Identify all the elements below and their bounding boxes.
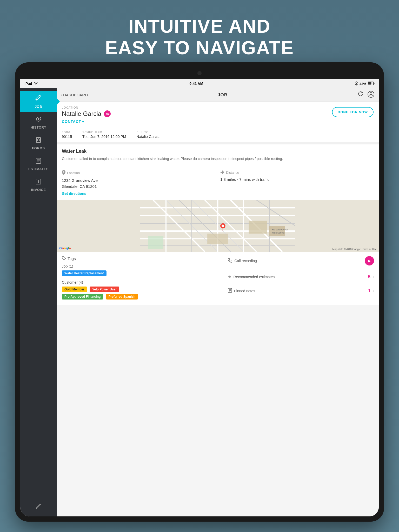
bill-to-item: BILL TO Natalie Garcia: [136, 131, 159, 139]
job-tags-label: Job (1): [62, 264, 218, 268]
refresh-icon[interactable]: [357, 91, 364, 99]
svg-text:Herbert Hoover: Herbert Hoover: [272, 228, 288, 231]
tags-section: Tags Job (1) Water Heater Replacement Cu…: [57, 252, 223, 305]
svg-rect-2: [374, 83, 375, 84]
sidebar-edit-button[interactable]: [35, 503, 42, 511]
main-content: ‹ DASHBOARD JOB: [57, 88, 379, 516]
battery-percent: 42%: [360, 82, 366, 86]
distance-value: 1.8 miles - 7 mins with traffic: [220, 177, 374, 182]
tablet-device: iPad 9:41 AM 42%: [15, 62, 384, 522]
contact-label: CONTACT: [62, 119, 81, 124]
job-number-label: JOB#: [62, 131, 72, 134]
svg-rect-3: [368, 82, 371, 84]
job-body: Customer called in to complain about con…: [62, 156, 374, 162]
tag-pre-approved-financing[interactable]: Pre-Approved Financing: [62, 294, 103, 300]
tags-title: Tags: [68, 256, 76, 261]
location-left: LOCATION Natalie Garcia m CONTACT ▾: [62, 106, 111, 124]
customer-tags-list: Gold Member Yelp Power User Pre-Approved…: [62, 287, 218, 301]
location-name: Natalie Garcia m: [62, 110, 111, 117]
pinned-notes-left: Pinned notes: [228, 288, 255, 294]
status-bar-left: iPad: [24, 82, 38, 86]
history-icon: [35, 116, 42, 124]
sidebar-item-forms[interactable]: FORMS: [20, 133, 57, 154]
back-button[interactable]: ‹ DASHBOARD: [61, 93, 88, 97]
svg-point-15: [370, 92, 372, 95]
svg-rect-41: [148, 236, 163, 249]
call-recording-label: Call recording: [235, 259, 257, 263]
pinned-notes-right: 1 ›: [368, 288, 374, 294]
tag-water-heater[interactable]: Water Heater Replacement: [62, 270, 107, 276]
scheduled-value: Tue, Jun 7, 2016 12:00 PM: [82, 135, 126, 139]
play-button[interactable]: ▶: [365, 256, 374, 265]
customer-tags-label: Customer (4): [62, 280, 218, 284]
map-attribution: Map data ©2016 Google Terms of Use: [332, 248, 377, 251]
bill-to-label: BILL TO: [136, 131, 159, 134]
distance-column: Distance 1.8 miles - 7 mins with traffic: [220, 170, 374, 196]
pinned-notes-section[interactable]: Pinned notes 1 ›: [223, 284, 379, 298]
done-for-now-button[interactable]: DONE FOR NOW: [332, 107, 374, 117]
distance-column-header: Distance: [220, 170, 374, 175]
battery-icon: [368, 82, 375, 86]
svg-rect-5: [36, 137, 41, 143]
sidebar-divider: [28, 198, 49, 198]
estimates-icon: [35, 157, 42, 166]
job-number-value: 90115: [62, 135, 72, 139]
bill-to-value: Natalie Garcia: [136, 135, 159, 139]
status-time: 9:41 AM: [38, 82, 355, 86]
location-section: LOCATION Natalie Garcia m CONTACT ▾ DONE…: [57, 102, 379, 127]
call-recording-left: Call recording: [228, 258, 257, 264]
profile-icon[interactable]: [367, 91, 375, 99]
sidebar-forms-label: FORMS: [32, 146, 45, 150]
tag-gold-member[interactable]: Gold Member: [62, 287, 87, 292]
rec-estimates-left: ★ Recommended estimates: [228, 274, 275, 279]
wrench-icon: [35, 95, 42, 104]
svg-rect-37: [249, 221, 267, 234]
right-column: Call recording ▶ ★ Recommended estimates: [223, 252, 379, 305]
scheduled-label: SCHEDULED: [82, 131, 126, 134]
pinned-notes-chevron-icon: ›: [373, 288, 374, 294]
svg-point-0: [36, 84, 36, 85]
wifi-icon: [34, 82, 38, 86]
location-distance-section: Location 1234 Grandview Ave Glendale, CA…: [57, 166, 379, 200]
sidebar-item-job[interactable]: JOB: [20, 91, 57, 112]
location-column-header: Location: [62, 170, 215, 176]
header-title: INTUITIVE AND EASY TO NAVIGATE: [0, 16, 399, 59]
tag-yelp-power-user[interactable]: Yelp Power User: [90, 287, 119, 292]
location-label: LOCATION: [62, 106, 111, 109]
pinned-notes-count: 1: [368, 289, 370, 293]
tablet-screen: iPad 9:41 AM 42%: [20, 68, 379, 516]
job-title: Water Leak: [62, 149, 374, 154]
map[interactable]: Herbert Hoover High School Google: [57, 200, 379, 252]
sidebar-item-estimates[interactable]: ESTIMATES: [20, 154, 57, 175]
sidebar-estimates-label: ESTIMATES: [28, 167, 49, 171]
sidebar-item-invoice[interactable]: $ INVOICE: [20, 175, 57, 195]
svg-point-43: [222, 225, 224, 227]
distance-arrow-icon: [220, 170, 224, 175]
job-description: Water Leak Customer called in to complai…: [57, 144, 379, 166]
scheduled-item: SCHEDULED Tue, Jun 7, 2016 12:00 PM: [82, 131, 126, 139]
status-bar: iPad 9:41 AM 42%: [20, 79, 379, 88]
location-pin-icon: [62, 170, 65, 176]
svg-text:$: $: [37, 180, 39, 183]
device-label: iPad: [24, 82, 32, 86]
sidebar-item-history[interactable]: HISTORY: [20, 112, 57, 133]
tag-icon: [62, 256, 66, 261]
tag-preferred-spanish[interactable]: Preferred Spanish: [106, 294, 138, 300]
rec-estimates-count: 5: [368, 275, 370, 279]
rec-estimates-label: Recommended estimates: [234, 275, 275, 279]
svg-point-45: [63, 257, 63, 258]
recommended-estimates-section[interactable]: ★ Recommended estimates 5 ›: [223, 270, 379, 284]
tags-header: Tags: [62, 256, 218, 261]
nav-icons: [357, 91, 375, 99]
get-directions-link[interactable]: Get directions: [62, 191, 215, 196]
distance-label: Distance: [226, 171, 239, 175]
back-label: DASHBOARD: [63, 93, 88, 97]
address: 1234 Grandview Ave Glendale, CA 91201: [62, 178, 215, 189]
job-number-item: JOB# 90115: [62, 131, 72, 139]
job-tags-list: Water Heater Replacement: [62, 270, 218, 278]
contact-button[interactable]: CONTACT ▾: [62, 119, 111, 124]
svg-point-4: [36, 99, 37, 100]
sidebar-invoice-label: INVOICE: [31, 188, 46, 192]
phone-icon: [228, 258, 232, 264]
camera: [197, 71, 202, 75]
